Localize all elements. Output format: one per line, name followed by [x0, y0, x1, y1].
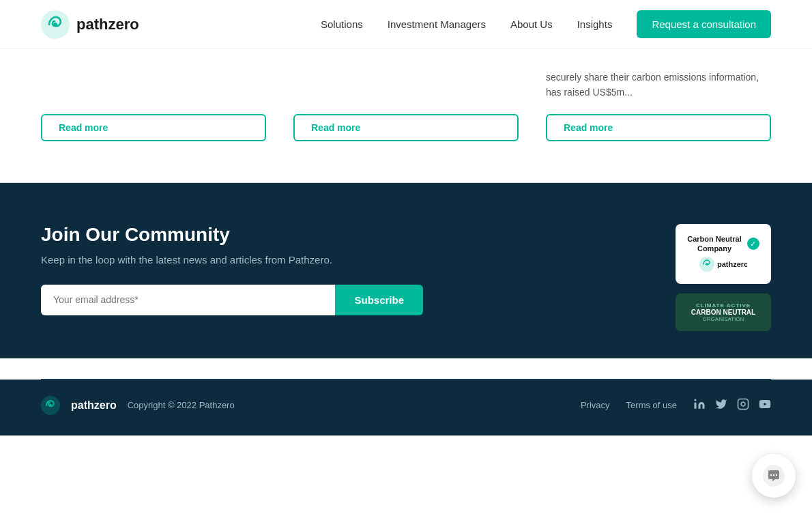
- read-more-button-1[interactable]: Read more: [41, 114, 266, 141]
- badge-pathzero-logo: pathzero: [699, 257, 747, 274]
- article-card-2: Read more: [293, 70, 519, 141]
- footer-social-icons: [693, 398, 771, 413]
- community-subtitle: Keep in the loop with the latest news an…: [41, 254, 423, 266]
- email-input[interactable]: [41, 285, 335, 315]
- svg-point-1: [53, 23, 57, 27]
- instagram-icon[interactable]: [737, 398, 749, 413]
- footer-copyright: Copyright © 2022 Pathzero: [128, 400, 235, 410]
- badge-title: Carbon NeutralCompany: [687, 234, 741, 254]
- footer-privacy-link[interactable]: Privacy: [581, 400, 610, 410]
- article-body-2: [293, 70, 519, 114]
- svg-rect-9: [738, 399, 749, 409]
- logo[interactable]: pathzero: [41, 10, 139, 39]
- youtube-icon[interactable]: [759, 398, 771, 413]
- linkedin-icon[interactable]: [693, 398, 706, 413]
- nav-links: Solutions Investment Managers About Us I…: [321, 18, 771, 31]
- subscribe-button[interactable]: Subscribe: [335, 285, 423, 315]
- footer-left: pathzero Copyright © 2022 Pathzero: [41, 396, 235, 415]
- article-3-text: securely share their carbon emissions in…: [546, 70, 771, 100]
- badge-check-icon: ✓: [747, 238, 759, 250]
- nav-insights[interactable]: Insights: [577, 18, 613, 30]
- footer-logo-icon: [41, 396, 60, 415]
- climate-active-label: Climate Active: [691, 302, 755, 309]
- read-more-button-3[interactable]: Read more: [546, 114, 771, 141]
- main-content: Read more Read more securely share their…: [0, 49, 812, 182]
- logo-text: pathzero: [76, 16, 139, 33]
- climate-active-title: CARBON NEUTRAL: [691, 309, 755, 316]
- svg-point-8: [695, 399, 697, 401]
- community-title: Join Our Community: [41, 224, 423, 246]
- climate-active-badge: Climate Active CARBON NEUTRAL ORGANISATI…: [676, 294, 771, 331]
- footer-logo-text: pathzero: [71, 399, 117, 412]
- footer-inner: pathzero Copyright © 2022 Pathzero Priva…: [41, 396, 771, 415]
- email-form: Subscribe: [41, 285, 423, 315]
- community-right: Carbon NeutralCompany ✓ pathzero Climate…: [676, 224, 771, 331]
- badge-header: Carbon NeutralCompany ✓: [687, 234, 759, 254]
- svg-rect-7: [695, 403, 697, 409]
- article-body-3: securely share their carbon emissions in…: [546, 70, 771, 114]
- article-body-1: [41, 70, 266, 114]
- carbon-neutral-company-badge: Carbon NeutralCompany ✓ pathzero: [676, 224, 771, 284]
- article-card-1: Read more: [41, 70, 266, 141]
- community-section: Join Our Community Keep in the loop with…: [0, 183, 812, 358]
- article-card-3: securely share their carbon emissions in…: [546, 70, 771, 141]
- climate-active-org: ORGANISATION: [691, 316, 755, 322]
- articles-grid: Read more Read more securely share their…: [41, 49, 771, 141]
- community-inner: Join Our Community Keep in the loop with…: [41, 224, 771, 331]
- community-left: Join Our Community Keep in the loop with…: [41, 224, 423, 315]
- nav-solutions[interactable]: Solutions: [321, 18, 363, 30]
- svg-text:pathzero: pathzero: [717, 260, 747, 268]
- footer-terms-link[interactable]: Terms of use: [626, 400, 677, 410]
- footer: pathzero Copyright © 2022 Pathzero Priva…: [0, 380, 812, 436]
- footer-right: Privacy Terms of use: [581, 398, 771, 413]
- twitter-icon[interactable]: [715, 398, 727, 413]
- nav-cta-button[interactable]: Request a consultation: [637, 10, 771, 38]
- nav-investment-managers[interactable]: Investment Managers: [388, 18, 486, 30]
- climate-active-content: Climate Active CARBON NEUTRAL ORGANISATI…: [691, 302, 755, 322]
- nav-about-us[interactable]: About Us: [510, 18, 553, 30]
- read-more-button-2[interactable]: Read more: [293, 114, 519, 141]
- navbar: pathzero Solutions Investment Managers A…: [0, 0, 812, 49]
- svg-point-6: [49, 404, 52, 407]
- pathzero-logo-icon: [41, 10, 70, 39]
- svg-point-3: [706, 263, 708, 266]
